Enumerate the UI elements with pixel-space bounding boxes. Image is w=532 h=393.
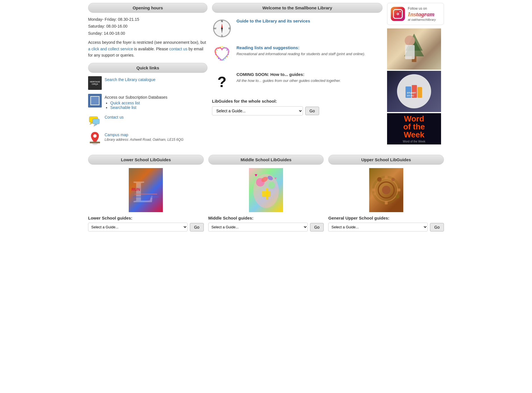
- upper-guides-label: General Upper School guides:: [328, 216, 444, 220]
- catalogue-link[interactable]: Search the Library catalogue: [105, 77, 155, 82]
- lower-school-image-placeholder: L RUN: [129, 168, 163, 212]
- access-text-2: is available. Please: [133, 47, 169, 51]
- heart-svg: [213, 46, 231, 65]
- catalogue-text: Search the Library catalogue: [105, 76, 155, 82]
- guide-library-link[interactable]: Guide to the Library and its services: [236, 18, 310, 23]
- lower-school-image: L RUN: [129, 168, 163, 212]
- lower-select-go: Select a Guide... Go: [88, 223, 204, 231]
- searchable-link[interactable]: Searchable list: [110, 105, 136, 110]
- upper-school-column: Upper School LibGuides: [328, 155, 444, 231]
- middle-go-button[interactable]: Go: [310, 223, 324, 231]
- instagram-text-block: Follow us on Instagram at oakhamschlibra…: [408, 7, 436, 21]
- instagram-image-2-placeholder: STUART BROAD: [387, 71, 441, 112]
- db-icon-inner: [90, 96, 99, 105]
- upper-school-image-placeholder: [369, 168, 403, 212]
- svg-text:L: L: [133, 174, 154, 209]
- quick-links-title: Quick links: [136, 65, 159, 70]
- svg-point-35: [215, 51, 216, 53]
- svg-point-72: [377, 177, 382, 182]
- svg-text:♥: ♥: [255, 173, 257, 177]
- svg-point-33: [216, 56, 217, 57]
- libguides-go-button[interactable]: Go: [305, 107, 319, 115]
- svg-rect-6: [90, 142, 100, 143]
- middle-school-art: ♥ ♥: [249, 168, 283, 212]
- instagram-image-1-placeholder: [387, 28, 441, 70]
- bottom-grid: Lower School LibGuides L RUN Lower Schoo…: [88, 155, 444, 231]
- books-svg: STUART BROAD: [391, 71, 437, 112]
- follow-text: Follow us on: [408, 7, 436, 11]
- middle-school-title: Middle School LibGuides: [240, 157, 291, 162]
- svg-point-25: [226, 49, 228, 51]
- contact-us-link[interactable]: Contact us: [105, 115, 124, 119]
- coming-soon-desc: All the how to... guides from our other …: [236, 78, 341, 84]
- contact-item: Contact us: [88, 114, 207, 127]
- svg-point-24: [225, 48, 226, 49]
- svg-point-73: [391, 178, 395, 181]
- guide-item-library: N S W E: [212, 18, 383, 38]
- campus-address: Library address: Ashwell Road, Oakham, L…: [105, 138, 184, 142]
- monday-friday-hours: Monday- Friday: 08.30-21.15: [88, 16, 207, 22]
- libguides-section: LibGuides for the whole school: Select a…: [212, 99, 383, 115]
- word-of-week-box: Wordof theWeek Word of the Week: [387, 113, 441, 144]
- svg-rect-70: [372, 189, 375, 191]
- svg-rect-52: [134, 194, 157, 195]
- lower-school-select[interactable]: Select a Guide...: [88, 223, 188, 231]
- guide-item-coming-soon: ? COMING SOON: How to... guides: All the…: [212, 72, 383, 92]
- svg-text:♥: ♥: [275, 176, 277, 180]
- question-mark-icon: ?: [212, 72, 232, 92]
- instagram-corner-dot: [400, 11, 401, 12]
- upper-school-image: [369, 168, 403, 212]
- svg-rect-69: [385, 201, 388, 204]
- left-column: Opening hours Monday- Friday: 08.30-21.1…: [88, 3, 207, 149]
- right-column: Follow us on Instagram at oakhamschlibra…: [387, 3, 444, 149]
- compass-icon: N S W E: [212, 18, 232, 38]
- heritage-icon: HERITAGE CIRQA: [88, 76, 102, 90]
- reading-lists-link[interactable]: Reading lists and suggestions:: [236, 45, 300, 50]
- contact-icon: [88, 114, 102, 127]
- svg-rect-53: [133, 196, 159, 197]
- opening-hours-title: Opening hours: [133, 5, 163, 10]
- guide-library-text: Guide to the Library and its services: [236, 18, 310, 24]
- catalogue-item: HERITAGE CIRQA Search the Library catalo…: [88, 76, 207, 90]
- svg-text:BROAD: BROAD: [407, 95, 414, 97]
- upper-school-header: Upper School LibGuides: [328, 155, 444, 165]
- instagram-brand: Instagram: [408, 11, 436, 18]
- svg-text:STUART: STUART: [407, 92, 416, 94]
- svg-point-41: [405, 36, 415, 46]
- upper-go-button[interactable]: Go: [430, 223, 444, 231]
- middle-guides-label: Middle School guides:: [208, 216, 324, 220]
- svg-point-34: [215, 54, 216, 55]
- middle-school-image: ♥ ♥: [249, 168, 283, 212]
- subscription-label: Access our Subscription Databases: [105, 95, 167, 100]
- sub-links-list: Quick access list Searchable list: [105, 101, 167, 110]
- hours-block: Monday- Friday: 08.30-21.15 Saturday: 08…: [88, 16, 207, 36]
- svg-point-5: [93, 134, 97, 138]
- campus-link-text: Campus map Library address: Ashwell Road…: [105, 131, 184, 142]
- campus-map-link[interactable]: Campus map: [105, 133, 128, 137]
- upper-school-select[interactable]: Select a Guide...: [328, 223, 428, 231]
- svg-point-74: [373, 192, 376, 195]
- quick-access-link[interactable]: Quick access list: [110, 101, 140, 105]
- instagram-handle: at oakhamschlibrary: [408, 18, 436, 21]
- svg-point-75: [396, 195, 400, 198]
- middle-school-column: Middle School LibGuides: [208, 155, 324, 231]
- question-mark: ?: [213, 75, 231, 89]
- contact-inline-link[interactable]: contact us: [169, 47, 188, 51]
- svg-point-21: [220, 47, 221, 48]
- svg-point-30: [223, 59, 224, 61]
- svg-point-31: [220, 59, 221, 61]
- quick-access-item: Quick access list: [110, 101, 167, 105]
- libguides-select[interactable]: Select a Guide...: [212, 106, 303, 115]
- svg-point-36: [216, 49, 217, 51]
- lower-school-header: Lower School LibGuides: [88, 155, 204, 165]
- click-collect-link[interactable]: a click and collect service: [88, 47, 133, 51]
- svg-point-67: [382, 186, 390, 194]
- svg-rect-71: [397, 189, 400, 191]
- middle-school-select[interactable]: Select a Guide...: [208, 223, 308, 231]
- lower-go-button[interactable]: Go: [190, 223, 204, 231]
- wotw-content: Wordof theWeek Word of the Week: [387, 113, 441, 144]
- heart-icon-wrap: [213, 46, 231, 65]
- subscription-db-text: Access our Subscription Databases Quick …: [105, 94, 167, 110]
- upper-school-art: [369, 168, 403, 212]
- word-of-the-week-text: Wordof theWeek: [403, 115, 425, 139]
